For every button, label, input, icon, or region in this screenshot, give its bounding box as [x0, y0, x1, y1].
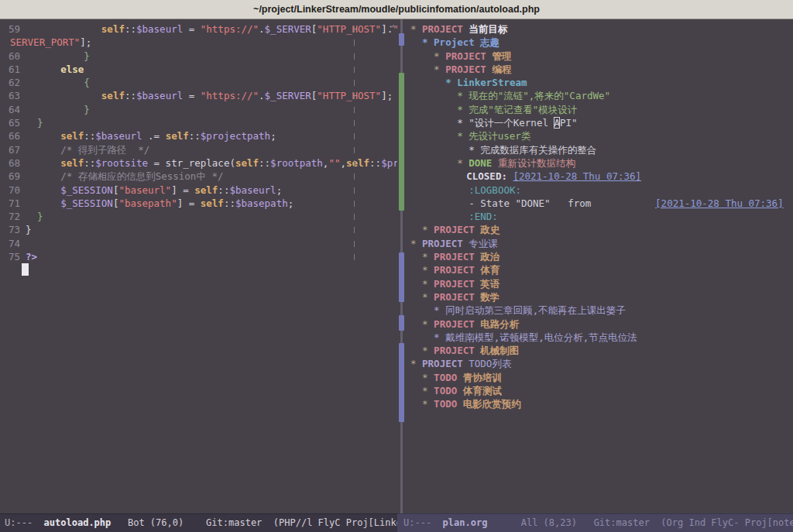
code-line[interactable]: 75?> [0, 250, 397, 263]
line-text: * TODO 青协培训 [407, 371, 502, 384]
org-line[interactable]: * 同时启动第三章回顾,不能再在上课出篓子 [407, 304, 793, 317]
syntax-segment: 青协培训 [463, 372, 502, 383]
code-line[interactable]: 67/* 得到子路径 */ [0, 143, 397, 156]
syntax-segment: * [422, 372, 434, 383]
syntax-segment: self [235, 157, 259, 169]
org-line[interactable]: * PROJECT 英语 [407, 277, 793, 290]
code-line[interactable]: 73} [0, 223, 397, 236]
syntax-segment: :: [224, 197, 235, 209]
code-line[interactable]: 61else [0, 63, 397, 76]
code-line[interactable]: 74 [0, 237, 397, 250]
syntax-segment: * "设计一个Kernel [457, 117, 554, 129]
line-text: * 戴维南模型,诺顿模型,电位分析,节点电位法 [407, 331, 637, 344]
php-buffer[interactable]: 59self::$baseurl = "https://".$_SERVER["… [0, 19, 397, 263]
org-line[interactable]: * PROJECT 电路分析 [407, 317, 793, 331]
org-line[interactable]: * TODO 青协培训 [407, 371, 793, 384]
org-line[interactable]: * PROJECT 专业课 [407, 237, 793, 250]
code-line[interactable]: 65} [0, 116, 397, 129]
right-modeline[interactable]: U:--- plan.org All (8,23) Git:master (Or… [397, 513, 793, 532]
org-line[interactable]: * PROJECT 数学 [407, 290, 793, 304]
org-line[interactable]: * PROJECT 当前目标 [407, 22, 793, 36]
syntax-segment: self [201, 197, 224, 209]
line-text: * PROJECT 体育 [407, 263, 499, 276]
org-line[interactable]: * 现在的"流链",将来的"CardWe" [407, 89, 793, 102]
org-line[interactable]: * 先设计user类 [407, 129, 793, 142]
syntax-segment: self [194, 184, 218, 196]
org-line[interactable]: * DONE 重新设计数据结构 [407, 156, 793, 170]
line-text: } [26, 116, 43, 129]
code-line[interactable]: 62{ [0, 76, 397, 89]
line-text: * DONE 重新设计数据结构 [407, 156, 575, 170]
window-title-bar[interactable]: ~/project/LinkerStream/moudle/publicinfo… [0, 0, 793, 19]
syntax-segment: [2021-10-28 Thu 07:36] [513, 170, 641, 182]
org-line[interactable]: * 完成数据库有关操作的整合 [407, 143, 793, 156]
line-text: - State "DONE" from [2021-10-28 Thu 07:3… [407, 197, 784, 210]
org-line[interactable]: * PROJECT 编程 [407, 63, 793, 76]
org-line[interactable]: * PROJECT 机械制图 [407, 344, 793, 357]
code-line[interactable]: 70$_SESSION["baseurl"] = self::$baseurl; [0, 184, 397, 197]
syntax-segment: * 现在的"流链",将来的"CardWe" [457, 90, 610, 101]
line-number: 59 [0, 22, 20, 36]
syntax-segment: ?> [26, 251, 37, 263]
line-text: * 完成数据库有关操作的整合 [407, 143, 596, 156]
org-line[interactable]: * PROJECT 政史 [407, 223, 793, 236]
line-text: * PROJECT 数学 [407, 290, 499, 304]
code-line[interactable]: SERVER_PORT"]; [0, 36, 397, 49]
code-line[interactable]: 64} [0, 103, 397, 116]
code-line[interactable]: 60} [0, 50, 397, 63]
syntax-segment: PROJECT [434, 291, 480, 303]
org-line[interactable]: * TODO 体育测试 [407, 384, 793, 397]
syntax-segment: } [37, 117, 43, 129]
line-text: $_SESSION["basepath"] = self::$basepath; [26, 197, 294, 210]
syntax-segment: :: [84, 157, 95, 169]
syntax-segment: :: [259, 157, 270, 169]
diff-blue-mark [399, 33, 404, 46]
code-line[interactable]: 68self::$rootsite = str_replace(self::$r… [0, 156, 397, 170]
syntax-segment: :: [125, 23, 136, 35]
left-modeline[interactable]: U:--- autoload.php Bot (76,0) Git:master… [0, 513, 402, 532]
line-number: 70 [0, 184, 20, 197]
syntax-segment: 电路分析 [480, 318, 519, 330]
code-line[interactable]: 72} [0, 210, 397, 223]
org-line[interactable]: * 戴维南模型,诺顿模型,电位分析,节点电位法 [407, 331, 793, 344]
org-line[interactable]: :LOGBOOK: [407, 184, 793, 197]
left-editor-window[interactable]: 59self::$baseurl = "https://".$_SERVER["… [0, 19, 397, 514]
org-line[interactable]: * "设计一个Kernel API" [407, 116, 793, 129]
line-text: SERVER_PORT"]; [0, 36, 91, 49]
org-line[interactable]: * PROJECT 体育 [407, 263, 793, 276]
code-line[interactable]: 71$_SESSION["basepath"] = self::$basepat… [0, 197, 397, 210]
code-line[interactable]: 63self::$baseurl = "https://".$_SERVER["… [0, 89, 397, 102]
syntax-segment: "HTTP_HOST" [317, 23, 381, 35]
syntax-segment: self [166, 130, 189, 142]
scrollbar-diff-strip[interactable] [397, 19, 407, 514]
line-text: $_SESSION["baseurl"] = self::$baseurl; [26, 184, 282, 197]
org-line[interactable]: CLOSED: [2021-10-28 Thu 07:36] [407, 170, 793, 183]
syntax-segment: * [434, 50, 445, 62]
org-line[interactable]: * PROJECT 管理 [407, 50, 793, 63]
code-line[interactable]: 59self::$baseurl = "https://".$_SERVER["… [0, 22, 397, 36]
line-text: } [26, 50, 90, 63]
line-text: self::$baseurl = "https://".$_SERVER["HT… [26, 89, 393, 102]
right-editor-window[interactable]: * PROJECT 当前目标* Project 志趣* PROJECT 管理* … [407, 19, 793, 514]
syntax-segment: * 完成数据库有关操作的整合 [469, 144, 596, 156]
line-number: 74 [0, 237, 20, 250]
syntax-segment: DONE [469, 157, 498, 169]
org-line[interactable]: * LinkerStream [407, 76, 793, 89]
org-line[interactable]: * Project 志趣 [407, 36, 793, 49]
org-line[interactable]: * TODO 电影欣赏预约 [407, 397, 793, 410]
org-buffer[interactable]: * PROJECT 当前目标* Project 志趣* PROJECT 管理* … [407, 19, 793, 411]
syntax-segment: * [422, 398, 434, 410]
org-line[interactable]: * PROJECT TODO列表 [407, 357, 793, 370]
line-text: * PROJECT 管理 [407, 50, 511, 63]
line-text: * PROJECT 机械制图 [407, 344, 519, 357]
code-line[interactable]: 66self::$baseurl .= self::$projectpath; [0, 129, 397, 142]
org-line[interactable]: * 完成"笔记查看"模块设计 [407, 103, 793, 116]
org-line[interactable]: :END: [407, 210, 793, 223]
line-number: 61 [0, 63, 20, 76]
syntax-segment: .= [142, 130, 166, 142]
org-line[interactable]: - State "DONE" from [2021-10-28 Thu 07:3… [407, 197, 793, 210]
syntax-segment: else [60, 63, 84, 75]
line-text: * PROJECT 编程 [407, 63, 511, 76]
code-line[interactable]: 69/* 存储相应的信息到Session中 */ [0, 170, 397, 183]
org-line[interactable]: * PROJECT 政治 [407, 250, 793, 263]
